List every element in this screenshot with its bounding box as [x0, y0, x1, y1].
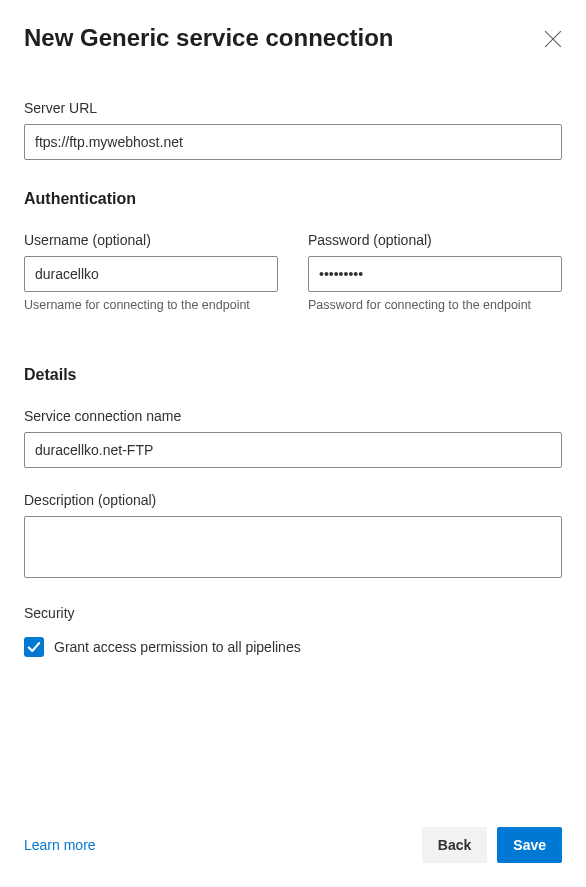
save-button[interactable]: Save [497, 827, 562, 863]
password-helper: Password for connecting to the endpoint [308, 298, 562, 312]
grant-access-checkbox[interactable] [24, 637, 44, 657]
password-input[interactable] [308, 256, 562, 292]
username-input[interactable] [24, 256, 278, 292]
password-label: Password (optional) [308, 232, 562, 248]
grant-access-label: Grant access permission to all pipelines [54, 639, 301, 655]
description-label: Description (optional) [24, 492, 562, 508]
username-label: Username (optional) [24, 232, 278, 248]
back-button[interactable]: Back [422, 827, 487, 863]
description-input[interactable] [24, 516, 562, 578]
username-helper: Username for connecting to the endpoint [24, 298, 278, 312]
details-heading: Details [24, 366, 562, 384]
service-name-input[interactable] [24, 432, 562, 468]
security-label: Security [24, 605, 562, 621]
authentication-heading: Authentication [24, 190, 562, 208]
server-url-input[interactable] [24, 124, 562, 160]
learn-more-link[interactable]: Learn more [24, 837, 96, 853]
close-icon[interactable] [544, 30, 562, 48]
service-name-label: Service connection name [24, 408, 562, 424]
server-url-label: Server URL [24, 100, 562, 116]
page-title: New Generic service connection [24, 24, 393, 52]
